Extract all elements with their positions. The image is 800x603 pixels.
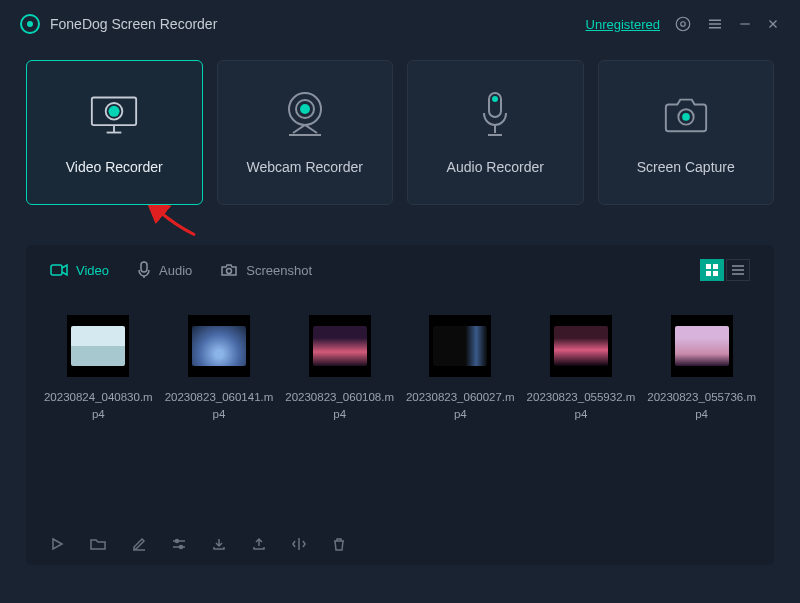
tab-label: Video	[76, 263, 109, 278]
mode-label: Audio Recorder	[447, 159, 544, 175]
library-tabs: Video Audio Screenshot	[26, 245, 774, 291]
play-icon	[50, 537, 64, 551]
file-item[interactable]: 20230823_055736.mp4	[642, 315, 762, 424]
file-name: 20230823_055736.mp4	[647, 389, 757, 424]
tab-video[interactable]: Video	[50, 261, 109, 279]
close-icon[interactable]	[766, 17, 780, 31]
grid-view-button[interactable]	[700, 259, 724, 281]
files-grid: 20230824_040830.mp4 20230823_060141.mp4 …	[26, 291, 774, 424]
convert-icon	[292, 537, 306, 551]
download-button[interactable]	[212, 537, 226, 551]
edit-button[interactable]	[132, 537, 146, 551]
svg-point-15	[300, 104, 310, 114]
file-item[interactable]: 20230824_040830.mp4	[38, 315, 158, 424]
file-name: 20230823_060027.mp4	[405, 389, 515, 424]
file-thumbnail	[429, 315, 491, 377]
file-thumbnail	[550, 315, 612, 377]
file-thumbnail	[671, 315, 733, 377]
menu-icon[interactable]	[706, 15, 724, 33]
mode-video-recorder[interactable]: Video Recorder	[26, 60, 203, 205]
app-title: FoneDog Screen Recorder	[50, 16, 217, 32]
svg-marker-35	[53, 539, 62, 549]
mode-label: Video Recorder	[66, 159, 163, 175]
titlebar-left: FoneDog Screen Recorder	[20, 14, 217, 34]
svg-rect-24	[51, 265, 62, 275]
annotation-arrow	[145, 205, 205, 241]
svg-rect-28	[706, 264, 711, 269]
play-button[interactable]	[50, 537, 64, 551]
library-panel: Video Audio Screenshot 20230824_040830.m…	[26, 245, 774, 565]
folder-icon	[90, 537, 106, 551]
tab-screenshot[interactable]: Screenshot	[220, 261, 312, 279]
svg-point-27	[227, 269, 232, 274]
pencil-icon	[132, 537, 146, 551]
mode-screen-capture[interactable]: Screen Capture	[598, 60, 775, 205]
grid-icon	[706, 264, 718, 276]
library-toolbar	[26, 523, 774, 565]
file-name: 20230823_060108.mp4	[285, 389, 395, 424]
svg-rect-29	[713, 264, 718, 269]
svg-rect-31	[713, 271, 718, 276]
app-logo-icon	[20, 14, 40, 34]
file-thumbnail	[309, 315, 371, 377]
file-item[interactable]: 20230823_060108.mp4	[280, 315, 400, 424]
sliders-button[interactable]	[172, 537, 186, 551]
file-item[interactable]: 20230823_060027.mp4	[400, 315, 520, 424]
view-toggle	[700, 259, 750, 281]
svg-point-39	[176, 540, 179, 543]
mode-label: Screen Capture	[637, 159, 735, 175]
camera-icon	[662, 91, 710, 139]
svg-point-22	[682, 113, 690, 121]
tab-label: Audio	[159, 263, 192, 278]
video-camera-icon	[50, 263, 68, 277]
svg-rect-25	[141, 262, 147, 272]
tab-label: Screenshot	[246, 263, 312, 278]
settings-gear-icon[interactable]	[674, 15, 692, 33]
mode-selector: Video Recorder Webcam Recorder Audio	[0, 48, 800, 205]
file-thumbnail	[67, 315, 129, 377]
titlebar: FoneDog Screen Recorder Unregistered	[0, 0, 800, 48]
download-icon	[212, 537, 226, 551]
mode-label: Webcam Recorder	[247, 159, 363, 175]
microphone-icon	[471, 91, 519, 139]
unregistered-link[interactable]: Unregistered	[586, 17, 660, 32]
titlebar-right: Unregistered	[586, 15, 780, 33]
tab-audio[interactable]: Audio	[137, 261, 192, 279]
svg-rect-30	[706, 271, 711, 276]
svg-point-9	[109, 105, 120, 116]
file-item[interactable]: 20230823_060141.mp4	[159, 315, 279, 424]
trash-icon	[332, 537, 346, 551]
file-item[interactable]: 20230823_055932.mp4	[521, 315, 641, 424]
convert-button[interactable]	[292, 537, 306, 551]
export-icon	[252, 537, 266, 551]
file-name: 20230823_060141.mp4	[164, 389, 274, 424]
mode-audio-recorder[interactable]: Audio Recorder	[407, 60, 584, 205]
camera-small-icon	[220, 263, 238, 277]
webcam-icon	[281, 91, 329, 139]
mode-webcam-recorder[interactable]: Webcam Recorder	[217, 60, 394, 205]
file-name: 20230823_055932.mp4	[526, 389, 636, 424]
minimize-icon[interactable]	[738, 17, 752, 31]
list-view-button[interactable]	[726, 259, 750, 281]
monitor-record-icon	[90, 91, 138, 139]
svg-point-40	[180, 546, 183, 549]
folder-button[interactable]	[90, 537, 106, 551]
mic-small-icon	[137, 261, 151, 279]
svg-point-0	[676, 17, 690, 31]
file-thumbnail	[188, 315, 250, 377]
export-button[interactable]	[252, 537, 266, 551]
list-icon	[732, 264, 744, 276]
svg-point-1	[681, 22, 686, 27]
delete-button[interactable]	[332, 537, 346, 551]
file-name: 20230824_040830.mp4	[43, 389, 153, 424]
svg-point-18	[492, 96, 498, 102]
sliders-icon	[172, 537, 186, 551]
